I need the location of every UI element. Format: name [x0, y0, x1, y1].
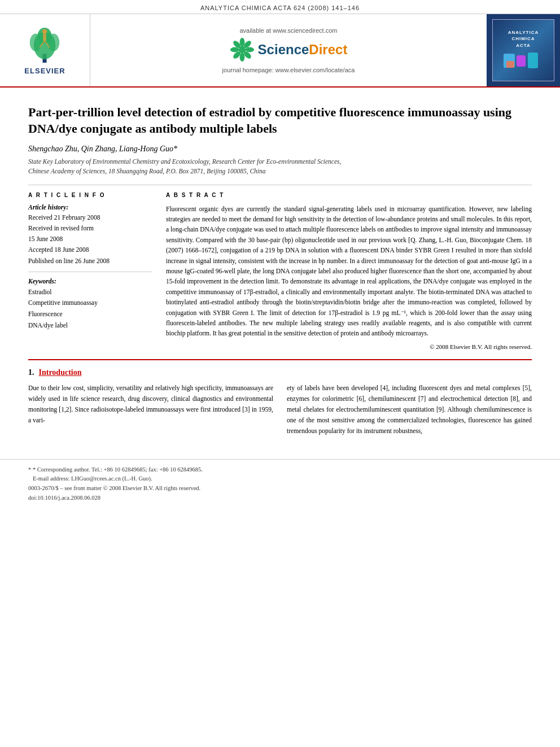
intro-section-title: 1.Introduction: [28, 368, 532, 377]
page-footer: * * Corresponding author. Tel.: +86 10 6…: [0, 459, 560, 509]
intro-left-text: Due to their low cost, simplicity, versa…: [28, 383, 273, 426]
sciencedirect-flower-icon: [230, 37, 255, 62]
article-info-header: A R T I C L E I N F O: [28, 192, 152, 198]
footer-star-note: * * Corresponding author. Tel.: +86 10 6…: [28, 465, 532, 475]
elsevier-tree-icon: [25, 25, 64, 65]
footer-copyright: 0003-2670/$ – see front matter © 2008 El…: [28, 484, 532, 493]
received-1: Received 21 February 2008: [28, 213, 152, 222]
author-names: Shengchao Zhu, Qin Zhang, Liang-Hong Guo…: [28, 145, 177, 153]
keyword-4: DNA/dye label: [28, 320, 152, 331]
authors: Shengchao Zhu, Qin Zhang, Liang-Hong Guo…: [28, 145, 532, 154]
keyword-1: Estradiol: [28, 287, 152, 298]
svg-point-9: [239, 38, 244, 47]
journal-header: ANALYTICA CHIMICA ACTA 624 (2008) 141–14…: [0, 0, 560, 14]
article-title: Part-per-trillion level detection of est…: [28, 104, 532, 137]
article-info-col: A R T I C L E I N F O Article history: R…: [28, 192, 152, 350]
section-title-text: Introduction: [39, 368, 82, 377]
intro-two-col: Due to their low cost, simplicity, versa…: [28, 383, 532, 436]
accepted: Accepted 18 June 2008: [28, 245, 152, 255]
banner: ELSEVIER available at www.sciencedirect.…: [0, 14, 560, 88]
journal-citation: ANALYTICA CHIMICA ACTA 624 (2008) 141–14…: [200, 5, 360, 11]
affiliation-line2: Chinese Academy of Sciences, 18 Shuangqi…: [28, 168, 266, 174]
svg-point-11: [245, 47, 254, 53]
received-2: Received in revised form: [28, 224, 152, 233]
sd-science: Science: [258, 42, 309, 57]
intro-left-col: Due to their low cost, simplicity, versa…: [28, 383, 273, 436]
intro-right-text: ety of labels have been developed [4], i…: [287, 383, 532, 436]
footer-star-icon: *: [28, 466, 31, 473]
svg-point-5: [42, 29, 47, 34]
svg-point-13: [239, 53, 244, 62]
keyword-2: Competitive immunoassay: [28, 298, 152, 309]
keyword-3: Fluorescence: [28, 309, 152, 320]
abstract-col: A B S T R A C T Fluorescent organic dyes…: [166, 192, 532, 350]
abstract-copyright: © 2008 Elsevier B.V. All rights reserved…: [166, 343, 532, 350]
abstract-text: Fluorescent organic dyes are currently t…: [166, 204, 532, 339]
elsevier-label: ELSEVIER: [24, 67, 65, 75]
journal-cover-panel: ANALYTICACHIMICAACTA: [487, 14, 560, 86]
published: Published on line 26 June 2008: [28, 256, 152, 266]
received-2b: 15 June 2008: [28, 234, 152, 244]
footer-doi: doi:10.1016/j.aca.2008.06.028: [28, 493, 532, 503]
section-number: 1.: [28, 368, 34, 377]
cover-decoration: [501, 51, 546, 73]
elsevier-logo: ELSEVIER: [24, 25, 65, 75]
sd-direct: Direct: [309, 42, 347, 57]
elsevier-logo-panel: ELSEVIER: [0, 14, 90, 86]
intro-right-col: ety of labels have been developed [4], i…: [287, 383, 532, 436]
journal-cover: ANALYTICACHIMICAACTA: [492, 19, 554, 81]
sciencedirect-logo: ScienceDirect: [230, 37, 348, 62]
page: ANALYTICA CHIMICA ACTA 624 (2008) 141–14…: [0, 0, 560, 747]
svg-rect-6: [43, 34, 46, 41]
introduction-section: 1.Introduction Due to their low cost, si…: [28, 359, 532, 436]
svg-point-17: [238, 46, 245, 53]
cover-title: ANALYTICACHIMICAACTA: [506, 27, 541, 51]
svg-point-15: [230, 47, 239, 53]
history-label: Article history:: [28, 204, 152, 211]
footer-email-text: E-mail address: LHGuo@rcees.ac.cn (L.-H.…: [33, 475, 152, 482]
affiliation: State Key Laboratory of Environmental Ch…: [28, 157, 532, 177]
keywords-label: Keywords:: [28, 278, 152, 285]
main-content: Part-per-trillion level detection of est…: [0, 88, 560, 448]
footer-email: E-mail address: LHGuo@rcees.ac.cn (L.-H.…: [28, 474, 532, 484]
abstract-header: A B S T R A C T: [166, 192, 532, 198]
article-info-abstract: A R T I C L E I N F O Article history: R…: [28, 185, 532, 350]
affiliation-line1: State Key Laboratory of Environmental Ch…: [28, 158, 341, 165]
divider: [28, 272, 152, 272]
available-text: available at www.sciencedirect.com: [239, 27, 337, 34]
sciencedirect-panel: available at www.sciencedirect.com Scien…: [90, 14, 487, 86]
journal-homepage: journal homepage: www.elsevier.com/locat…: [222, 67, 355, 73]
footer-corresponding: * Corresponding author. Tel.: +86 10 628…: [33, 466, 203, 473]
